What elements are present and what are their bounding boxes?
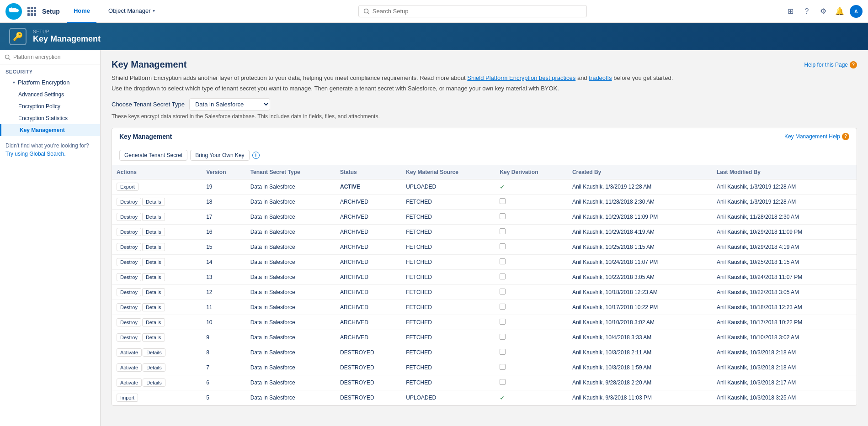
- details-button[interactable]: Details: [142, 333, 165, 342]
- km-help-link[interactable]: Key Management Help ?: [784, 133, 849, 140]
- notifications-icon[interactable]: 🔔: [833, 5, 846, 18]
- help-icon[interactable]: ?: [800, 5, 813, 18]
- destroy-button[interactable]: Destroy: [117, 243, 141, 251]
- details-button[interactable]: Details: [142, 213, 165, 221]
- cell-created-by: Anil Kaushik, 10/10/2018 3:02 AM: [568, 315, 712, 330]
- activate-button[interactable]: Activate: [117, 363, 142, 372]
- destroy-button[interactable]: Destroy: [117, 228, 141, 236]
- generate-tenant-secret-button[interactable]: Generate Tenant Secret: [119, 150, 187, 161]
- details-button[interactable]: Details: [142, 258, 165, 266]
- cell-status: ARCHIVED: [335, 284, 401, 300]
- cell-key-derivation: [495, 315, 567, 330]
- cell-type: Data in Salesforce: [246, 345, 335, 360]
- km-panel-header: Key Management Key Management Help ?: [112, 128, 857, 145]
- details-button[interactable]: Details: [142, 228, 165, 236]
- activate-button[interactable]: Activate: [117, 348, 142, 357]
- cell-status: DESTROYED: [335, 345, 401, 360]
- global-search-link[interactable]: Try using Global Search.: [5, 151, 66, 157]
- tradeoffs-link[interactable]: tradeoffs: [589, 74, 612, 81]
- best-practices-link[interactable]: Shield Platform Encryption best practice…: [467, 74, 575, 81]
- cell-key-material: FETCHED: [401, 209, 495, 224]
- table-row: DestroyDetails9Data in SalesforceARCHIVE…: [112, 330, 857, 345]
- page-title: Key Management: [112, 59, 187, 70]
- export-button[interactable]: Export: [117, 183, 138, 191]
- setup-breadcrumb: SETUP: [33, 29, 101, 34]
- details-button[interactable]: Details: [142, 243, 165, 251]
- nav-actions: ⊞ ? ⚙ 🔔 A: [784, 5, 863, 18]
- cell-key-material: FETCHED: [401, 239, 495, 254]
- key-management-table: Actions Version Tenant Secret Type Statu…: [112, 165, 857, 405]
- destroy-button[interactable]: Destroy: [117, 213, 141, 221]
- sidebar-item-platform-encryption[interactable]: ▾ Platform Encryption: [0, 76, 100, 89]
- details-button[interactable]: Details: [143, 348, 165, 357]
- destroy-button[interactable]: Destroy: [117, 303, 141, 311]
- user-avatar[interactable]: A: [850, 5, 863, 18]
- destroy-button[interactable]: Destroy: [117, 198, 141, 206]
- help-link[interactable]: Help for this Page ?: [804, 61, 857, 68]
- home-tab[interactable]: Home: [67, 0, 96, 23]
- details-button[interactable]: Details: [142, 318, 165, 326]
- cell-version: 13: [202, 269, 246, 284]
- page-heading-row: Key Management Help for this Page ?: [112, 59, 857, 70]
- object-manager-tab[interactable]: Object Manager ▾: [102, 0, 161, 23]
- details-button[interactable]: Details: [142, 273, 165, 281]
- empty-checkbox: [500, 304, 506, 310]
- app-launcher-icon[interactable]: [27, 7, 37, 16]
- cell-created-by: Anil Kaushik, 10/18/2018 12:23 AM: [568, 284, 712, 300]
- nav-icon-grid[interactable]: ⊞: [784, 5, 797, 18]
- settings-icon[interactable]: ⚙: [817, 5, 830, 18]
- sidebar-item-key-management[interactable]: Key Management: [0, 124, 100, 136]
- main-content: Key Management Help for this Page ? Shie…: [101, 50, 868, 426]
- destroy-button[interactable]: Destroy: [117, 333, 141, 342]
- details-button[interactable]: Details: [142, 198, 165, 206]
- sidebar-item-encryption-statistics[interactable]: Encryption Statistics: [0, 112, 100, 124]
- sub-header-page-title: Key Management: [33, 34, 101, 44]
- tenant-secret-type-select[interactable]: Data in Salesforce Data in Files Analyti…: [189, 98, 270, 110]
- table-row: DestroyDetails16Data in SalesforceARCHIV…: [112, 224, 857, 239]
- cell-version: 8: [202, 345, 246, 360]
- sidebar-search-input[interactable]: [13, 54, 96, 60]
- destroy-button[interactable]: Destroy: [117, 258, 141, 266]
- info-icon[interactable]: i: [252, 152, 260, 159]
- cell-modified-by: Anil Kaushik, 10/29/2018 4:19 AM: [712, 239, 857, 254]
- destroy-button[interactable]: Destroy: [117, 318, 141, 326]
- empty-checkbox: [500, 364, 506, 370]
- cell-type: Data in Salesforce: [246, 239, 335, 254]
- salesforce-logo[interactable]: [5, 3, 22, 20]
- cell-key-derivation: [495, 254, 567, 269]
- cell-key-material: FETCHED: [401, 284, 495, 300]
- details-button[interactable]: Details: [143, 379, 165, 387]
- import-button[interactable]: Import: [117, 394, 138, 402]
- search-input[interactable]: [373, 8, 582, 15]
- activate-button[interactable]: Activate: [117, 379, 142, 387]
- table-row: ActivateDetails7Data in SalesforceDESTRO…: [112, 360, 857, 375]
- sidebar: Security ▾ Platform Encryption Advanced …: [0, 50, 101, 426]
- col-type: Tenant Secret Type: [246, 165, 335, 179]
- col-modified-by: Last Modified By: [712, 165, 857, 179]
- destroy-button[interactable]: Destroy: [117, 273, 141, 281]
- cell-status: DESTROYED: [335, 375, 401, 390]
- cell-version: 15: [202, 239, 246, 254]
- table-row: Import5Data in SalesforceDESTROYEDUPLOAD…: [112, 390, 857, 405]
- cell-type: Data in Salesforce: [246, 254, 335, 269]
- svg-line-3: [9, 58, 10, 59]
- sidebar-item-encryption-policy[interactable]: Encryption Policy: [0, 100, 100, 112]
- cell-status: ARCHIVED: [335, 224, 401, 239]
- cell-version: 17: [202, 209, 246, 224]
- bring-your-own-key-button[interactable]: Bring Your Own Key: [190, 150, 249, 161]
- key-management-panel: Key Management Key Management Help ? Gen…: [112, 128, 857, 406]
- details-button[interactable]: Details: [142, 303, 165, 311]
- cell-modified-by: Anil Kaushik, 10/24/2018 11:07 PM: [712, 269, 857, 284]
- details-button[interactable]: Details: [143, 363, 165, 372]
- cell-actions: ActivateDetails: [112, 375, 202, 390]
- details-button[interactable]: Details: [142, 288, 165, 296]
- cell-actions: DestroyDetails: [112, 194, 202, 209]
- cell-modified-by: Anil Kaushik, 11/28/2018 2:30 AM: [712, 209, 857, 224]
- cell-actions: DestroyDetails: [112, 269, 202, 284]
- cell-actions: Import: [112, 390, 202, 405]
- destroy-button[interactable]: Destroy: [117, 288, 141, 296]
- cell-actions: ActivateDetails: [112, 345, 202, 360]
- description-2: Use the dropdown to select which type of…: [112, 85, 857, 92]
- sidebar-item-advanced-settings[interactable]: Advanced Settings: [0, 89, 100, 100]
- cell-created-by: Anil Kaushik, 10/17/2018 10:22 PM: [568, 300, 712, 315]
